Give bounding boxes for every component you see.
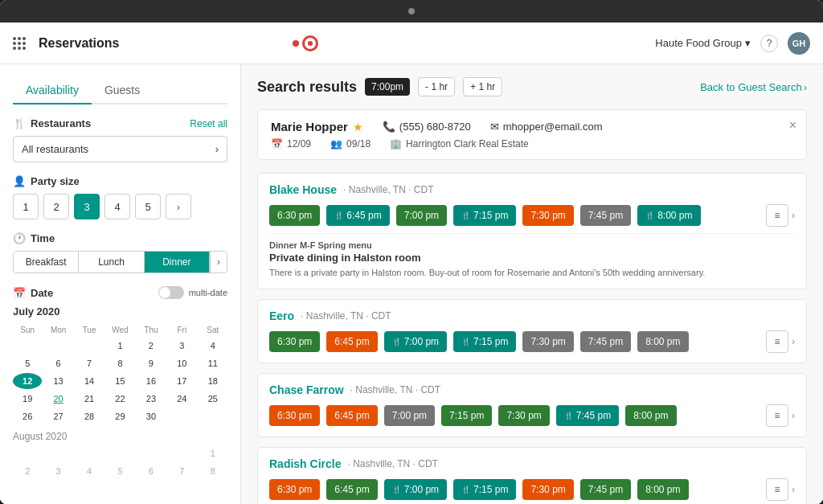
- cal-day-15[interactable]: 15: [105, 373, 134, 389]
- org-selector[interactable]: Haute Food Group ▾: [655, 37, 751, 49]
- party-size-4[interactable]: 4: [104, 194, 130, 219]
- slot-2-3[interactable]: 7:15 pm: [441, 405, 492, 426]
- slot-2-1[interactable]: 6:45 pm: [326, 405, 377, 426]
- expand-button-3[interactable]: ›: [792, 484, 795, 495]
- slot-0-0[interactable]: 6:30 pm: [269, 205, 320, 226]
- party-size-3[interactable]: 3: [74, 194, 100, 219]
- cal-day-10[interactable]: 10: [167, 355, 196, 371]
- slot-0-2[interactable]: 7:00 pm: [396, 205, 447, 226]
- slot-1-1[interactable]: 6:45 pm: [326, 331, 377, 352]
- grid-icon[interactable]: [13, 37, 26, 50]
- party-size-5[interactable]: 5: [135, 194, 161, 219]
- slot-3-2[interactable]: 🍴7:00 pm: [384, 479, 447, 500]
- back-to-guest-search-link[interactable]: Back to Guest Search ›: [700, 81, 807, 93]
- cal-day-3[interactable]: 3: [167, 338, 196, 354]
- minus-hour-button[interactable]: - 1 hr: [418, 77, 455, 96]
- cal-day-26[interactable]: 26: [13, 408, 42, 424]
- tab-guests[interactable]: Guests: [92, 77, 153, 104]
- cal-day-18[interactable]: 18: [199, 373, 227, 389]
- cal-day-1[interactable]: 1: [105, 338, 134, 354]
- close-icon[interactable]: ×: [789, 118, 796, 133]
- cal-day-12[interactable]: 12: [13, 373, 42, 389]
- cal-day-13[interactable]: 13: [43, 373, 72, 389]
- cal-day-5[interactable]: 5: [13, 355, 42, 371]
- expand-button-0[interactable]: ›: [792, 210, 795, 221]
- slot-0-6[interactable]: 🍴8:00 pm: [637, 205, 700, 226]
- time-more[interactable]: ›: [210, 252, 227, 272]
- aug-day-3[interactable]: 3: [43, 463, 72, 479]
- slot-3-3[interactable]: 🍴7:15 pm: [453, 479, 516, 500]
- restaurant-name-2[interactable]: Chase Farrow: [269, 383, 344, 396]
- aug-day-1[interactable]: 1: [199, 445, 227, 461]
- cal-day-16[interactable]: 16: [137, 373, 166, 389]
- slot-2-0[interactable]: 6:30 pm: [269, 405, 320, 426]
- aug-day-8[interactable]: 8: [199, 463, 227, 479]
- cal-day-11[interactable]: 11: [199, 355, 227, 371]
- cal-day-27[interactable]: 27: [43, 408, 72, 424]
- cal-day-7[interactable]: 7: [75, 355, 104, 371]
- cal-day-30[interactable]: 30: [137, 408, 166, 424]
- slot-1-6[interactable]: 8:00 pm: [637, 331, 688, 352]
- aug-day-5[interactable]: 5: [105, 463, 134, 479]
- slot-0-3[interactable]: 🍴7:15 pm: [453, 205, 516, 226]
- slot-3-0[interactable]: 6:30 pm: [269, 479, 320, 500]
- slot-2-4[interactable]: 7:30 pm: [498, 405, 549, 426]
- aug-day-6[interactable]: 6: [137, 463, 166, 479]
- cal-day-4[interactable]: 4: [199, 338, 227, 354]
- aug-day-2[interactable]: 2: [13, 463, 42, 479]
- time-breakfast[interactable]: Breakfast: [14, 252, 79, 272]
- restaurant-name-0[interactable]: Blake House: [269, 183, 337, 196]
- time-dinner[interactable]: Dinner: [145, 252, 210, 272]
- cal-day-8[interactable]: 8: [105, 355, 134, 371]
- reset-all-link[interactable]: Reset all: [190, 118, 227, 129]
- cal-day-23[interactable]: 23: [137, 391, 166, 407]
- slot-1-3[interactable]: 🍴7:15 pm: [453, 331, 516, 352]
- menu-button-0[interactable]: ≡: [766, 204, 788, 227]
- tab-availability[interactable]: Availability: [13, 77, 92, 104]
- restaurant-name-3[interactable]: Radish Circle: [269, 457, 341, 470]
- plus-hour-button[interactable]: + 1 hr: [463, 77, 502, 96]
- time-lunch[interactable]: Lunch: [79, 252, 144, 272]
- slot-2-6[interactable]: 8:00 pm: [625, 405, 676, 426]
- avatar[interactable]: GH: [788, 32, 810, 55]
- slot-0-1[interactable]: 🍴6:45 pm: [326, 205, 389, 226]
- restaurant-name-1[interactable]: Eero: [269, 309, 294, 322]
- cal-day-6[interactable]: 6: [43, 355, 72, 371]
- slot-1-2[interactable]: 🍴7:00 pm: [384, 331, 447, 352]
- menu-button-2[interactable]: ≡: [766, 404, 788, 427]
- party-size-2[interactable]: 2: [43, 194, 69, 219]
- restaurant-select[interactable]: All restaurants ›: [13, 136, 227, 162]
- cal-day-29[interactable]: 29: [105, 408, 134, 424]
- menu-button-1[interactable]: ≡: [766, 330, 788, 353]
- cal-day-17[interactable]: 17: [167, 373, 196, 389]
- menu-button-3[interactable]: ≡: [766, 478, 788, 501]
- slot-1-0[interactable]: 6:30 pm: [269, 331, 320, 352]
- cal-day-28[interactable]: 28: [75, 408, 104, 424]
- party-size-1[interactable]: 1: [13, 194, 39, 219]
- slot-3-5[interactable]: 7:45 pm: [580, 479, 631, 500]
- slot-1-5[interactable]: 7:45 pm: [580, 331, 631, 352]
- slot-0-5[interactable]: 7:45 pm: [580, 205, 631, 226]
- multi-date-toggle[interactable]: [158, 286, 184, 299]
- slot-3-1[interactable]: 6:45 pm: [326, 479, 377, 500]
- slot-2-2[interactable]: 7:00 pm: [384, 405, 435, 426]
- party-size-more[interactable]: ›: [166, 194, 191, 219]
- cal-day-9[interactable]: 9: [137, 355, 166, 371]
- cal-day-22[interactable]: 22: [105, 391, 134, 407]
- cal-day-25[interactable]: 25: [199, 391, 227, 407]
- cal-day-14[interactable]: 14: [75, 373, 104, 389]
- slot-3-4[interactable]: 7:30 pm: [522, 479, 573, 500]
- aug-day-7[interactable]: 7: [167, 463, 196, 479]
- cal-day-20[interactable]: 20: [43, 391, 72, 407]
- cal-day-21[interactable]: 21: [75, 391, 104, 407]
- expand-button-2[interactable]: ›: [792, 410, 795, 421]
- cal-day-2[interactable]: 2: [137, 338, 166, 354]
- slot-3-6[interactable]: 8:00 pm: [637, 479, 688, 500]
- aug-day-4[interactable]: 4: [75, 463, 104, 479]
- cal-day-19[interactable]: 19: [13, 391, 42, 407]
- expand-button-1[interactable]: ›: [792, 336, 795, 347]
- help-button[interactable]: ?: [760, 35, 778, 52]
- slot-2-5[interactable]: 🍴7:45 pm: [556, 405, 619, 426]
- cal-day-24[interactable]: 24: [167, 391, 196, 407]
- slot-0-4[interactable]: 7:30 pm: [522, 205, 573, 226]
